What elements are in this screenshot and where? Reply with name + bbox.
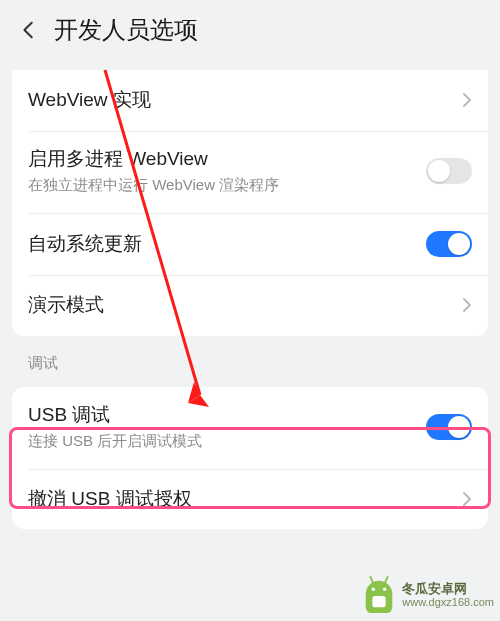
row-demo-mode[interactable]: 演示模式 [12,275,488,336]
row-title: 撤消 USB 调试授权 [28,487,452,512]
row-webview-impl[interactable]: WebView 实现 [12,70,488,131]
page-title: 开发人员选项 [54,14,198,46]
header: 开发人员选项 [0,0,500,64]
svg-line-4 [385,577,388,584]
android-logo-icon [360,575,398,615]
chevron-right-icon [462,297,472,313]
watermark: 冬瓜安卓网 www.dgxz168.com [360,575,494,615]
watermark-url: www.dgxz168.com [402,596,494,609]
watermark-name: 冬瓜安卓网 [402,581,494,597]
row-multiprocess-webview[interactable]: 启用多进程 WebView 在独立进程中运行 WebView 渲染程序 [12,131,488,213]
svg-point-5 [372,588,375,591]
toggle-auto-update[interactable] [426,231,472,257]
row-usb-debugging[interactable]: USB 调试 连接 USB 后开启调试模式 [12,387,488,469]
svg-rect-7 [373,596,386,607]
section-label-debug: 调试 [0,336,500,381]
row-title: 演示模式 [28,293,452,318]
chevron-right-icon [462,92,472,108]
svg-line-3 [371,577,374,584]
row-auto-system-update[interactable]: 自动系统更新 [12,213,488,275]
row-subtitle: 连接 USB 后开启调试模式 [28,431,416,451]
row-title: 自动系统更新 [28,232,416,257]
settings-group-2: USB 调试 连接 USB 后开启调试模式 撤消 USB 调试授权 [12,387,488,530]
toggle-usb-debugging[interactable] [426,414,472,440]
row-revoke-usb-auth[interactable]: 撤消 USB 调试授权 [12,469,488,530]
svg-point-6 [383,588,386,591]
chevron-right-icon [462,491,472,507]
row-title: USB 调试 [28,403,416,428]
row-subtitle: 在独立进程中运行 WebView 渲染程序 [28,175,416,195]
row-title: WebView 实现 [28,88,452,113]
settings-group-1: WebView 实现 启用多进程 WebView 在独立进程中运行 WebVie… [12,70,488,336]
back-icon[interactable] [18,19,40,41]
toggle-multiprocess-webview[interactable] [426,158,472,184]
row-title: 启用多进程 WebView [28,147,416,172]
